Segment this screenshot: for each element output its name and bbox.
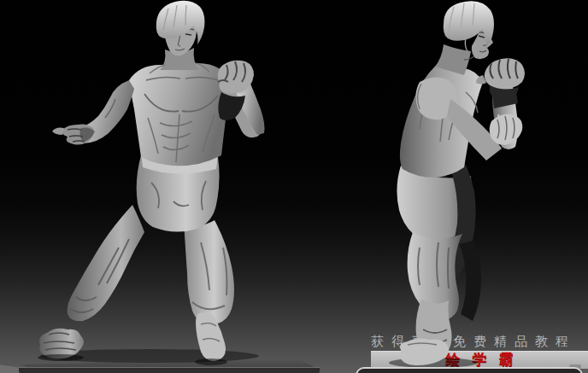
sculpture-side-view: [363, 0, 560, 371]
left-base-corner: [0, 363, 19, 373]
render-canvas: 获得更多免费精品教程 绘学霸: [0, 0, 588, 373]
statue-base-front: [19, 367, 320, 373]
bottom-frame-fragment: [356, 367, 583, 373]
sculpture-front-view: [30, 0, 269, 367]
